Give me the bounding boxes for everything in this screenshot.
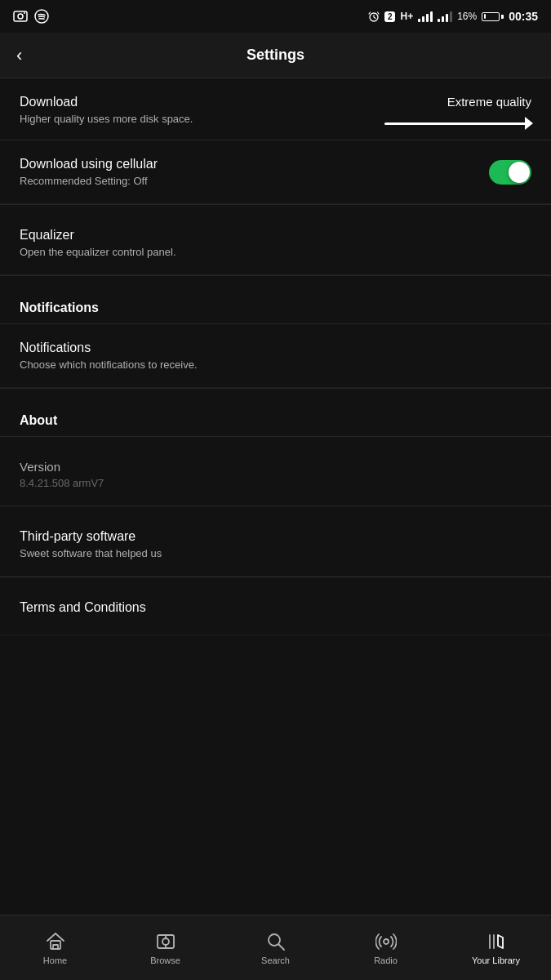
nav-label-library: Your Library	[472, 956, 520, 965]
svg-point-8	[162, 938, 169, 945]
terms-title: Terms and Conditions	[20, 600, 531, 615]
download-label: Download	[20, 95, 384, 109]
notifications-row[interactable]: Notifications Choose which notifications…	[0, 324, 551, 388]
bottom-nav: Home Browse Search Radio	[0, 915, 551, 980]
nav-item-browse[interactable]: Browse	[110, 931, 220, 965]
back-button[interactable]: ‹	[16, 45, 22, 66]
equalizer-info: Equalizer Open the equalizer control pan…	[20, 228, 531, 258]
toggle-knob	[509, 162, 530, 183]
slider-track	[384, 122, 531, 125]
top-nav: ‹ Settings	[0, 33, 551, 78]
clock: 00:35	[509, 10, 538, 23]
equalizer-title: Equalizer	[20, 228, 531, 243]
settings-content: Download Higher quality uses more disk s…	[0, 78, 551, 915]
slider-thumb	[525, 117, 533, 130]
nav-item-radio[interactable]: Radio	[331, 931, 441, 965]
nav-label-radio: Radio	[374, 956, 398, 965]
third-party-title: Third-party software	[20, 529, 531, 544]
quality-value: Extreme quality	[447, 95, 531, 109]
third-party-info: Third-party software Sweet software that…	[20, 529, 531, 559]
third-party-row[interactable]: Third-party software Sweet software that…	[0, 513, 551, 577]
download-subtitle: Higher quality uses more disk space.	[20, 113, 384, 125]
radio-icon	[375, 931, 397, 952]
version-label: Version	[20, 460, 531, 474]
notifications-title: Notifications	[20, 341, 531, 355]
spacer-3	[0, 506, 551, 513]
notifications-subtitle: Choose which notifications to receive.	[20, 359, 531, 371]
svg-line-12	[278, 944, 284, 950]
spacer-2	[0, 437, 551, 443]
nav-item-home[interactable]: Home	[0, 931, 110, 965]
status-right-icons: 2 H+ 16% 00:35	[368, 10, 538, 23]
svg-point-13	[384, 939, 389, 944]
page-title: Settings	[247, 47, 304, 64]
signal-icon-2	[438, 11, 452, 22]
version-value: 8.4.21.508 armV7	[20, 477, 531, 489]
spacer-1	[0, 205, 551, 212]
quality-slider[interactable]	[384, 115, 531, 131]
terms-info: Terms and Conditions	[20, 600, 531, 618]
about-section-header: About	[0, 389, 551, 436]
nav-item-search[interactable]: Search	[220, 931, 331, 965]
battery-percent: 16%	[457, 11, 477, 22]
equalizer-subtitle: Open the equalizer control panel.	[20, 246, 531, 258]
status-bar: 2 H+ 16% 00:35	[0, 0, 551, 33]
nav-label-home: Home	[43, 956, 67, 965]
download-cellular-title: Download using cellular	[20, 157, 489, 172]
browse-icon	[155, 931, 176, 952]
slider-fill	[384, 122, 531, 125]
alarm-icon	[368, 11, 380, 22]
svg-point-2	[24, 12, 25, 14]
home-icon	[45, 931, 66, 952]
svg-point-1	[18, 14, 23, 19]
search-icon	[265, 931, 287, 952]
status-left-icons	[13, 9, 49, 24]
nav-item-library[interactable]: Your Library	[441, 931, 551, 965]
battery-icon	[482, 12, 504, 21]
download-quality-row: Download Higher quality uses more disk s…	[0, 78, 551, 140]
notification-badge: 2	[384, 11, 396, 22]
download-cellular-row: Download using cellular Recommended Sett…	[0, 140, 551, 204]
network-type: H+	[400, 11, 413, 22]
nav-label-browse: Browse	[150, 956, 180, 965]
download-cellular-subtitle: Recommended Setting: Off	[20, 175, 489, 187]
spacer-4	[0, 577, 551, 584]
download-quality-control[interactable]: Extreme quality	[384, 95, 531, 131]
signal-icon	[418, 11, 433, 22]
equalizer-row[interactable]: Equalizer Open the equalizer control pan…	[0, 212, 551, 275]
terms-row[interactable]: Terms and Conditions	[0, 584, 551, 635]
notifications-section-header: Notifications	[0, 276, 551, 323]
notifications-info: Notifications Choose which notifications…	[20, 341, 531, 371]
version-row: Version 8.4.21.508 armV7	[0, 443, 551, 506]
library-icon	[486, 931, 507, 952]
download-cellular-info: Download using cellular Recommended Sett…	[20, 157, 489, 187]
spotify-icon	[34, 9, 49, 24]
photo-icon	[13, 10, 28, 23]
third-party-subtitle: Sweet software that helped us	[20, 547, 531, 559]
download-info: Download Higher quality uses more disk s…	[20, 95, 384, 125]
download-cellular-toggle[interactable]	[489, 160, 531, 185]
nav-label-search: Search	[261, 956, 290, 965]
svg-rect-6	[53, 945, 58, 949]
